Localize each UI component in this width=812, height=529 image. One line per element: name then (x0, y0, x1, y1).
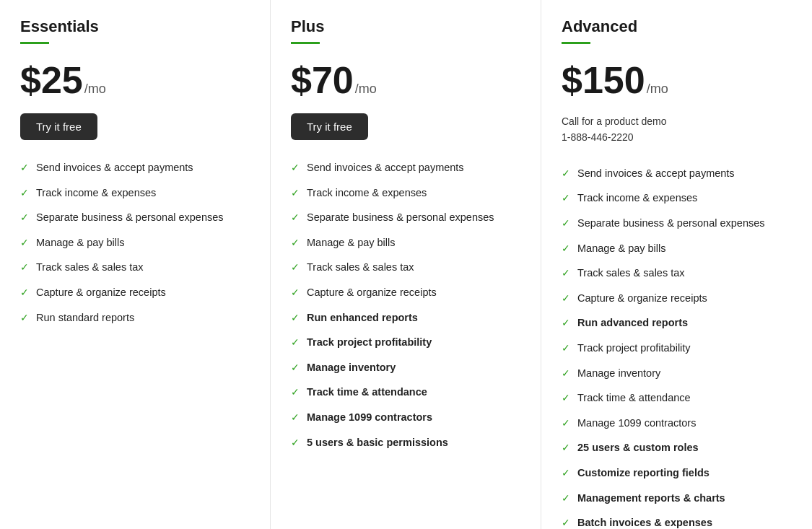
feature-label: Batch invoices & expenses (577, 515, 792, 529)
demo-cta-advanced: Call for a product demo1-888-446-2220 (562, 113, 792, 146)
feature-label: Customize reporting fields (577, 465, 792, 480)
feature-label: 25 users & custom roles (577, 440, 792, 455)
check-icon: ✓ (20, 186, 29, 201)
feature-item: ✓Capture & organize receipts (291, 285, 520, 300)
check-icon: ✓ (291, 361, 300, 375)
feature-item: ✓Track sales & sales tax (291, 260, 520, 275)
feature-label: Send invoices & accept payments (577, 166, 792, 180)
price-row-essentials: $25/mo (20, 61, 250, 99)
feature-item: ✓Run advanced reports (562, 315, 792, 331)
check-icon: ✓ (291, 161, 300, 175)
features-list-advanced: ✓Send invoices & accept payments✓Track i… (562, 166, 792, 529)
check-icon: ✓ (291, 236, 300, 250)
price-period-plus: /mo (355, 82, 377, 97)
demo-phone-advanced: 1-888-446-2220 (562, 129, 792, 145)
check-icon: ✓ (562, 167, 570, 181)
price-amount-advanced: $150 (562, 61, 645, 99)
price-amount-essentials: $25 (20, 61, 83, 99)
plan-col-plus: Plus$70/moTry it free✓Send invoices & ac… (271, 0, 541, 529)
feature-label: Capture & organize receipts (577, 291, 792, 305)
check-icon: ✓ (291, 186, 300, 201)
try-free-button-essentials[interactable]: Try it free (20, 113, 97, 140)
check-icon: ✓ (562, 191, 570, 206)
feature-label: Track project profitability (307, 335, 520, 349)
check-icon: ✓ (20, 261, 29, 275)
feature-label: Track income & expenses (36, 185, 250, 200)
check-icon: ✓ (562, 341, 570, 356)
feature-item: ✓Manage inventory (291, 360, 520, 375)
feature-item: ✓Track time & attendance (291, 385, 520, 400)
price-row-plus: $70/mo (291, 61, 520, 99)
check-icon: ✓ (20, 211, 29, 225)
feature-item: ✓Management reports & charts (562, 491, 792, 506)
check-icon: ✓ (291, 286, 300, 300)
plan-name-advanced: Advanced (562, 17, 792, 36)
feature-item: ✓25 users & custom roles (562, 440, 792, 455)
plan-col-essentials: Essentials$25/moTry it free✓Send invoice… (0, 0, 271, 529)
check-icon: ✓ (20, 161, 29, 175)
feature-label: Manage inventory (307, 360, 520, 375)
plan-name-underline-plus (291, 42, 320, 44)
feature-label: Manage 1099 contractors (307, 410, 520, 424)
check-icon: ✓ (562, 516, 570, 529)
feature-label: Manage & pay bills (36, 235, 250, 250)
try-free-button-plus[interactable]: Try it free (291, 113, 368, 140)
price-period-advanced: /mo (647, 82, 668, 97)
plan-name-underline-essentials (20, 42, 49, 44)
feature-label: Track time & attendance (577, 390, 792, 405)
check-icon: ✓ (291, 336, 300, 350)
feature-label: Separate business & personal expenses (307, 210, 520, 224)
feature-item: ✓Capture & organize receipts (20, 285, 250, 300)
feature-item: ✓Track income & expenses (562, 191, 792, 206)
check-icon: ✓ (291, 311, 300, 325)
feature-item: ✓Separate business & personal expenses (20, 210, 250, 225)
feature-item: ✓Track project profitability (562, 341, 792, 356)
feature-item: ✓Customize reporting fields (562, 465, 792, 481)
feature-label: Capture & organize receipts (307, 285, 520, 300)
feature-item: ✓Track project profitability (291, 335, 520, 350)
feature-label: Separate business & personal expenses (577, 216, 792, 230)
check-icon: ✓ (562, 466, 570, 481)
plan-name-plus: Plus (291, 17, 520, 36)
feature-item: ✓Separate business & personal expenses (562, 216, 792, 231)
check-icon: ✓ (291, 385, 300, 400)
feature-label: Track sales & sales tax (577, 266, 792, 280)
feature-item: ✓Run enhanced reports (291, 310, 520, 325)
check-icon: ✓ (291, 411, 300, 425)
check-icon: ✓ (562, 416, 570, 431)
feature-item: ✓Track income & expenses (291, 185, 520, 201)
feature-label: Track time & attendance (307, 385, 520, 399)
pricing-grid: Essentials$25/moTry it free✓Send invoice… (0, 0, 812, 529)
check-icon: ✓ (20, 236, 29, 250)
check-icon: ✓ (562, 391, 570, 406)
price-period-essentials: /mo (84, 82, 106, 97)
feature-item: ✓Manage & pay bills (291, 235, 520, 250)
check-icon: ✓ (562, 367, 570, 381)
feature-label: Manage & pay bills (577, 241, 792, 255)
feature-item: ✓Send invoices & accept payments (291, 160, 520, 175)
price-row-advanced: $150/mo (562, 61, 792, 99)
features-list-essentials: ✓Send invoices & accept payments✓Track i… (20, 160, 250, 325)
check-icon: ✓ (562, 292, 570, 306)
feature-label: Send invoices & accept payments (36, 160, 250, 175)
check-icon: ✓ (562, 217, 570, 231)
feature-label: 5 users & basic permissions (307, 435, 520, 450)
feature-item: ✓Batch invoices & expenses (562, 515, 792, 529)
feature-label: Manage 1099 contractors (577, 416, 792, 430)
check-icon: ✓ (291, 436, 300, 450)
feature-item: ✓5 users & basic permissions (291, 435, 520, 450)
check-icon: ✓ (291, 261, 300, 275)
feature-label: Track sales & sales tax (36, 260, 250, 274)
feature-label: Manage inventory (577, 366, 792, 380)
feature-label: Run advanced reports (577, 315, 792, 330)
feature-label: Send invoices & accept payments (307, 160, 520, 175)
feature-label: Run standard reports (36, 310, 250, 325)
demo-text-advanced: Call for a product demo (562, 113, 792, 129)
price-amount-plus: $70 (291, 61, 354, 99)
check-icon: ✓ (562, 441, 570, 455)
feature-item: ✓Manage & pay bills (20, 235, 250, 250)
feature-item: ✓Track time & attendance (562, 390, 792, 406)
feature-item: ✓Track sales & sales tax (20, 260, 250, 275)
check-icon: ✓ (291, 211, 300, 225)
feature-item: ✓Separate business & personal expenses (291, 210, 520, 225)
